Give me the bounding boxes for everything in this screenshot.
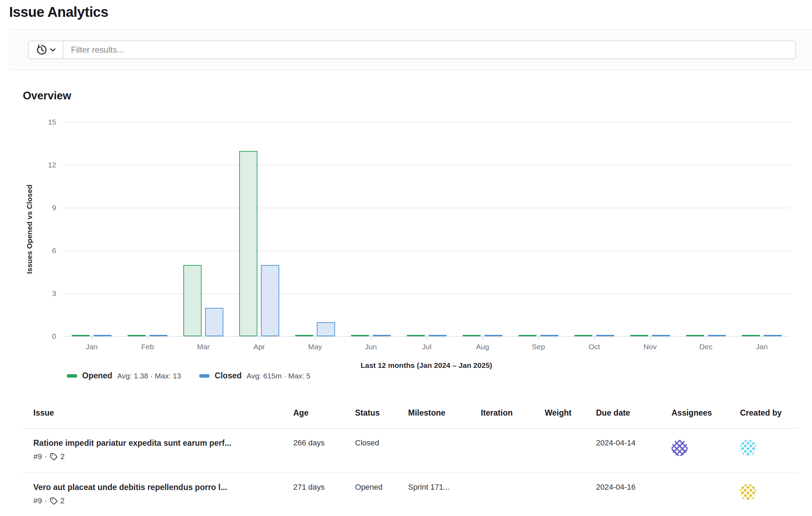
issue-cell: Ratione impedit pariatur expedita sunt e…: [23, 429, 293, 472]
created-by-avatar[interactable]: [740, 440, 756, 456]
legend-stats: Avg: 1.38 · Max: 13: [117, 372, 181, 380]
label-count: 2: [60, 496, 65, 505]
bar-opened-aug7[interactable]: [463, 335, 481, 336]
y-tick-label-12: 12: [32, 161, 56, 169]
y-tick-label-9: 9: [32, 204, 56, 212]
x-axis-tick-mar2: [203, 337, 204, 340]
due-date-cell: 2024-04-14: [596, 429, 672, 472]
x-axis-tick-jun5: [371, 337, 371, 340]
x-axis-tick-sep8: [538, 337, 539, 340]
bar-opened-dec11[interactable]: [686, 335, 704, 336]
bar-closed-oct9[interactable]: [596, 335, 614, 336]
assignees-cell: [672, 473, 740, 516]
milestone-cell[interactable]: Sprint 171...: [408, 473, 481, 516]
table-header-row: Issue Age Status Milestone Iteration Wei…: [23, 400, 798, 429]
bar-opened-oct9[interactable]: [574, 335, 592, 336]
chevron-down-icon: [50, 48, 55, 52]
bar-opened-mar2[interactable]: [183, 265, 202, 336]
filter-results-input[interactable]: [63, 41, 796, 59]
legend-item-opened[interactable]: Opened Avg: 1.38 · Max: 13: [67, 371, 181, 381]
bar-closed-nov10[interactable]: [652, 335, 670, 336]
gridline-3: [63, 293, 790, 294]
status-cell: Closed: [355, 429, 408, 472]
x-tick-label-jan0: Jan: [76, 343, 107, 351]
x-tick-label-jul6: Jul: [411, 343, 443, 351]
status-cell: Opened: [355, 473, 408, 516]
legend-item-closed[interactable]: Closed Avg: 615m · Max: 5: [199, 371, 310, 381]
x-axis-tick-jan0: [92, 337, 92, 340]
bar-opened-jan0[interactable]: [72, 335, 90, 336]
bar-opened-jan12[interactable]: [742, 335, 760, 336]
assignee-avatar[interactable]: [672, 440, 688, 456]
x-axis-tick-oct9: [594, 337, 595, 340]
bar-closed-feb1[interactable]: [149, 335, 168, 336]
x-tick-label-nov10: Nov: [634, 343, 666, 351]
gridline-0: [63, 336, 790, 337]
issue-meta: #9 · 2: [33, 452, 293, 461]
label-count: 2: [60, 452, 65, 461]
weight-cell: [545, 429, 596, 472]
bar-opened-apr3[interactable]: [239, 151, 257, 337]
bar-closed-dec11[interactable]: [708, 335, 726, 336]
x-axis-tick-nov10: [650, 337, 650, 340]
x-tick-label-aug7: Aug: [467, 343, 498, 351]
overview-section-title: Overview: [23, 89, 812, 102]
due-date-cell: 2024-04-16: [596, 473, 672, 516]
filter-history-dropdown-button[interactable]: [28, 41, 63, 59]
y-tick-label-0: 0: [32, 332, 56, 340]
issue-ref: #9: [33, 496, 42, 505]
iteration-cell: [481, 429, 545, 472]
bar-opened-sep8[interactable]: [518, 335, 537, 336]
gridline-6: [63, 251, 790, 251]
gridline-9: [63, 208, 790, 208]
issue-cell: Vero aut placeat unde debitis repellendu…: [23, 473, 293, 516]
closed-series-swatch: [199, 374, 210, 378]
legend-label: Opened: [82, 371, 112, 381]
x-axis-tick-aug7: [483, 337, 483, 340]
bar-closed-sep8[interactable]: [540, 335, 558, 336]
filter-panel: [9, 29, 812, 70]
issues-table: Issue Age Status Milestone Iteration Wei…: [23, 400, 798, 516]
bar-closed-may4[interactable]: [317, 322, 335, 337]
label-tag-icon: [50, 497, 58, 505]
history-icon: [36, 44, 47, 55]
created-by-cell: [740, 429, 798, 472]
page-title: Issue Analytics: [9, 4, 812, 20]
column-header-due-date: Due date: [596, 400, 672, 428]
bar-closed-jan0[interactable]: [93, 335, 112, 336]
bar-closed-mar2[interactable]: [205, 308, 223, 336]
bar-opened-jun5[interactable]: [351, 335, 369, 336]
issue-title-link[interactable]: Vero aut placeat unde debitis repellendu…: [33, 483, 293, 492]
weight-cell: [545, 473, 596, 516]
age-cell: 271 days: [293, 473, 355, 516]
x-tick-label-feb1: Feb: [132, 343, 163, 351]
bar-opened-jul6[interactable]: [407, 335, 425, 336]
legend-label: Closed: [215, 371, 242, 381]
issue-title-link[interactable]: Ratione impedit pariatur expedita sunt e…: [33, 438, 293, 448]
column-header-age: Age: [293, 400, 355, 428]
bar-opened-nov10[interactable]: [630, 335, 648, 336]
bar-opened-feb1[interactable]: [127, 335, 146, 336]
column-header-weight: Weight: [545, 400, 596, 428]
bar-closed-jul6[interactable]: [428, 335, 447, 336]
label-tag-icon: [50, 452, 58, 461]
created-by-cell: [740, 473, 798, 516]
bar-opened-may4[interactable]: [295, 335, 313, 336]
created-by-avatar[interactable]: [740, 484, 756, 500]
filter-bar: [28, 41, 796, 59]
x-tick-label-dec11: Dec: [690, 343, 722, 351]
bar-closed-jun5[interactable]: [373, 335, 391, 336]
x-axis-tick-jul6: [427, 337, 427, 340]
iteration-cell: [481, 473, 545, 516]
age-cell: 266 days: [293, 429, 355, 472]
y-tick-label-3: 3: [32, 289, 56, 298]
y-tick-label-6: 6: [32, 246, 56, 255]
x-axis-tick-feb1: [148, 337, 148, 340]
milestone-cell[interactable]: [408, 429, 481, 472]
x-tick-label-may4: May: [299, 343, 331, 351]
x-axis-tick-dec11: [706, 337, 706, 340]
x-tick-label-jan12: Jan: [746, 343, 778, 351]
bar-closed-jan12[interactable]: [764, 335, 782, 336]
bar-closed-aug7[interactable]: [484, 335, 503, 336]
bar-closed-apr3[interactable]: [261, 265, 279, 336]
